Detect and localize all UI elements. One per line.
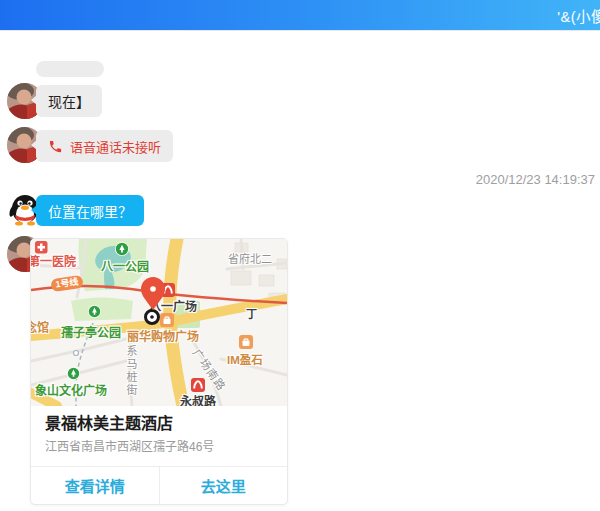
map-preview[interactable]: 第一医院 八一公园 省府北二 1号线 八一广场 丽华购物广场 念馆 孺子亭公园 … — [31, 239, 287, 406]
park-icon — [67, 367, 80, 380]
location-title: 景福林美主题酒店 — [45, 414, 273, 434]
timestamp: 2020/12/23 14:19:37 — [476, 172, 595, 187]
location-card: 第一医院 八一公园 省府北二 1号线 八一广场 丽华购物广场 念馆 孺子亭公园 … — [30, 238, 288, 505]
shopping-mall-icon — [160, 313, 174, 327]
cutoff-message-bubble[interactable] — [36, 61, 104, 77]
park-icon — [88, 305, 101, 318]
map-label-xiangshan-plaza: 象山文化广场 — [35, 381, 107, 398]
park-icon — [115, 242, 129, 256]
view-details-button[interactable]: 查看详情 — [31, 467, 159, 504]
phone-icon — [48, 139, 63, 154]
chat-window: '&(小傻 现在】 语音通话未接听 2020/12/23 14:19:37 — [0, 0, 600, 511]
map-label-ximazhuang-street: 系马桩街 — [123, 345, 139, 397]
go-here-button[interactable]: 去这里 — [159, 467, 288, 504]
map-label-bayi-park: 八一公园 — [101, 257, 149, 274]
location-address: 江西省南昌市西湖区孺子路46号 — [45, 440, 273, 454]
map-label-lihua-mall: 丽华购物广场 — [127, 327, 199, 344]
message-text: 位置在哪里？ — [48, 201, 132, 221]
missed-call-bubble[interactable]: 语音通话未接听 — [36, 130, 173, 162]
missed-call-text: 语音通话未接听 — [70, 137, 161, 156]
map-label-im-plaza: IM盈石 — [227, 351, 263, 367]
location-info: 景福林美主题酒店 江西省南昌市西湖区孺子路46号 — [31, 406, 287, 466]
shopping-mall-icon — [239, 335, 253, 349]
card-actions: 查看详情 去这里 — [31, 466, 287, 504]
message-bubble[interactable]: 现在】 — [36, 85, 102, 117]
map-label-yongshu-road: 永叔路 — [180, 392, 216, 406]
metro-station-icon — [161, 283, 175, 297]
map-label-ruzi-park: 孺子亭公园 — [61, 323, 121, 340]
map-label-shengfu-road: 省府北二 — [228, 250, 272, 266]
map-label-hospital: 第一医院 — [31, 252, 76, 269]
message-bubble[interactable]: 位置在哪里？ — [36, 195, 144, 226]
title-bar: '&(小傻 — [0, 0, 600, 31]
metro-station-icon — [191, 378, 205, 392]
map-label-memorial: 念馆 — [31, 318, 49, 335]
chat-title: '&(小傻 — [557, 5, 600, 26]
map-label-bayi-square: 八一广场 — [149, 297, 197, 314]
message-text: 现在】 — [48, 91, 90, 111]
map-label-ding-road: 丁 — [246, 305, 257, 321]
